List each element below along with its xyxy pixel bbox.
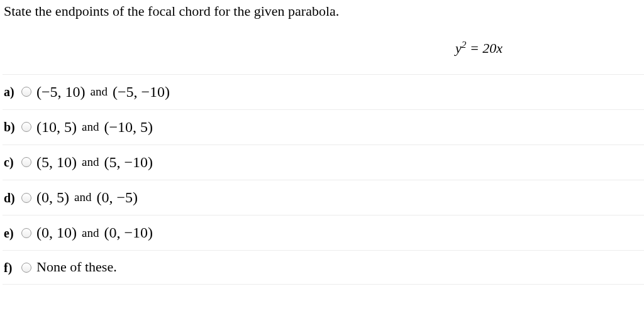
option-label: b) xyxy=(4,119,21,135)
equation: y2 = 20x xyxy=(455,27,644,74)
eq-rhs: x xyxy=(496,40,502,56)
question-text: State the endpoints of the focal chord f… xyxy=(3,3,644,27)
option-radio[interactable] xyxy=(21,263,31,273)
point-1: (−5, 10) xyxy=(36,82,86,102)
option-radio[interactable] xyxy=(21,122,31,132)
and-text: and xyxy=(77,155,104,170)
option-label: f) xyxy=(4,259,21,276)
option-radio[interactable] xyxy=(21,193,31,203)
option-radio[interactable] xyxy=(21,87,31,97)
option-f[interactable]: f) None of these. xyxy=(3,250,644,285)
point-1: (10, 5) xyxy=(36,117,77,137)
option-radio[interactable] xyxy=(21,228,31,238)
option-label: a) xyxy=(4,84,21,100)
option-e[interactable]: e) (0, 10) and (0, −10) xyxy=(3,215,644,250)
option-label: d) xyxy=(4,190,21,206)
and-text: and xyxy=(77,226,104,241)
point-2: (5, −10) xyxy=(104,153,153,172)
question-page: State the endpoints of the focal chord f… xyxy=(0,0,644,333)
options-list: a) (−5, 10) and (−5, −10) b) (10, 5) and… xyxy=(3,74,644,285)
option-d[interactable]: d) (0, 5) and (0, −5) xyxy=(3,180,644,215)
option-c[interactable]: c) (5, 10) and (5, −10) xyxy=(3,145,644,180)
point-2: (−10, 5) xyxy=(104,117,153,137)
point-2: (0, −10) xyxy=(104,223,153,243)
point-1: (0, 10) xyxy=(36,223,77,243)
eq-mid: = 20 xyxy=(466,40,496,56)
option-a[interactable]: a) (−5, 10) and (−5, −10) xyxy=(3,74,644,109)
point-2: (0, −5) xyxy=(96,188,138,207)
point-2: (−5, −10) xyxy=(113,82,170,102)
option-label: c) xyxy=(4,154,21,170)
option-b[interactable]: b) (10, 5) and (−10, 5) xyxy=(3,109,644,145)
eq-lhs: y xyxy=(455,40,462,56)
and-text: and xyxy=(86,84,113,100)
option-radio[interactable] xyxy=(21,157,31,167)
option-label: e) xyxy=(4,225,21,241)
and-text: and xyxy=(69,190,96,205)
point-1: (0, 5) xyxy=(36,188,69,207)
and-text: and xyxy=(77,119,104,135)
point-1: (5, 10) xyxy=(36,153,77,172)
none-text: None of these. xyxy=(36,258,117,276)
